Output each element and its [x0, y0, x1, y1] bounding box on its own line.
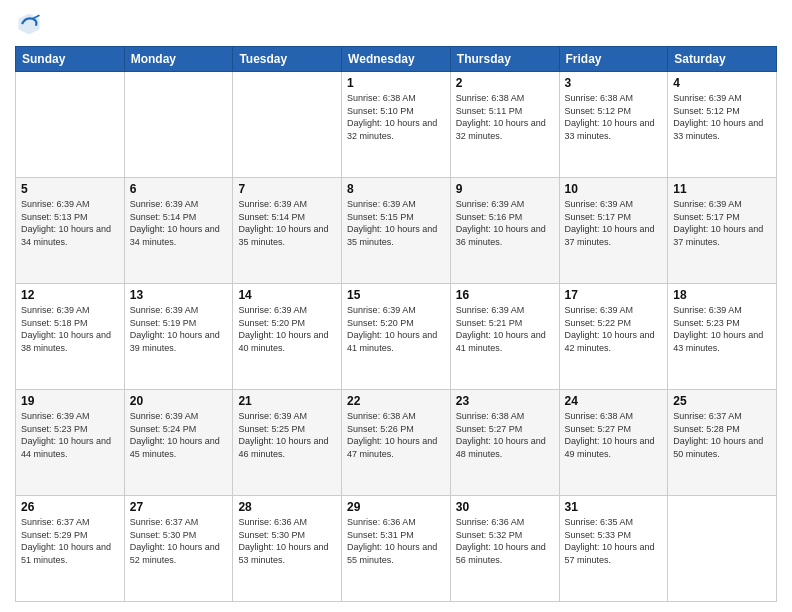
day-info: Sunrise: 6:36 AMSunset: 5:30 PMDaylight:…: [238, 516, 336, 566]
weekday-friday: Friday: [559, 47, 668, 72]
day-info: Sunrise: 6:39 AMSunset: 5:23 PMDaylight:…: [673, 304, 771, 354]
calendar-cell: 20Sunrise: 6:39 AMSunset: 5:24 PMDayligh…: [124, 390, 233, 496]
day-number: 24: [565, 394, 663, 408]
calendar-cell: 10Sunrise: 6:39 AMSunset: 5:17 PMDayligh…: [559, 178, 668, 284]
week-row-4: 26Sunrise: 6:37 AMSunset: 5:29 PMDayligh…: [16, 496, 777, 602]
calendar-cell: [668, 496, 777, 602]
weekday-monday: Monday: [124, 47, 233, 72]
weekday-header-row: SundayMondayTuesdayWednesdayThursdayFrid…: [16, 47, 777, 72]
day-info: Sunrise: 6:37 AMSunset: 5:29 PMDaylight:…: [21, 516, 119, 566]
calendar-cell: [124, 72, 233, 178]
weekday-thursday: Thursday: [450, 47, 559, 72]
calendar-cell: 31Sunrise: 6:35 AMSunset: 5:33 PMDayligh…: [559, 496, 668, 602]
day-info: Sunrise: 6:39 AMSunset: 5:18 PMDaylight:…: [21, 304, 119, 354]
day-info: Sunrise: 6:39 AMSunset: 5:23 PMDaylight:…: [21, 410, 119, 460]
week-row-2: 12Sunrise: 6:39 AMSunset: 5:18 PMDayligh…: [16, 284, 777, 390]
calendar-cell: 22Sunrise: 6:38 AMSunset: 5:26 PMDayligh…: [342, 390, 451, 496]
day-info: Sunrise: 6:39 AMSunset: 5:24 PMDaylight:…: [130, 410, 228, 460]
calendar-cell: 4Sunrise: 6:39 AMSunset: 5:12 PMDaylight…: [668, 72, 777, 178]
day-number: 23: [456, 394, 554, 408]
calendar-cell: 7Sunrise: 6:39 AMSunset: 5:14 PMDaylight…: [233, 178, 342, 284]
calendar-cell: 3Sunrise: 6:38 AMSunset: 5:12 PMDaylight…: [559, 72, 668, 178]
day-number: 9: [456, 182, 554, 196]
day-number: 25: [673, 394, 771, 408]
day-info: Sunrise: 6:39 AMSunset: 5:14 PMDaylight:…: [130, 198, 228, 248]
day-info: Sunrise: 6:39 AMSunset: 5:13 PMDaylight:…: [21, 198, 119, 248]
calendar-cell: 5Sunrise: 6:39 AMSunset: 5:13 PMDaylight…: [16, 178, 125, 284]
calendar-cell: 29Sunrise: 6:36 AMSunset: 5:31 PMDayligh…: [342, 496, 451, 602]
calendar-cell: [16, 72, 125, 178]
calendar-cell: 28Sunrise: 6:36 AMSunset: 5:30 PMDayligh…: [233, 496, 342, 602]
day-info: Sunrise: 6:39 AMSunset: 5:21 PMDaylight:…: [456, 304, 554, 354]
logo: [15, 10, 47, 38]
week-row-0: 1Sunrise: 6:38 AMSunset: 5:10 PMDaylight…: [16, 72, 777, 178]
calendar-cell: 1Sunrise: 6:38 AMSunset: 5:10 PMDaylight…: [342, 72, 451, 178]
calendar-cell: 24Sunrise: 6:38 AMSunset: 5:27 PMDayligh…: [559, 390, 668, 496]
calendar-cell: 15Sunrise: 6:39 AMSunset: 5:20 PMDayligh…: [342, 284, 451, 390]
day-info: Sunrise: 6:39 AMSunset: 5:20 PMDaylight:…: [238, 304, 336, 354]
day-number: 22: [347, 394, 445, 408]
day-number: 14: [238, 288, 336, 302]
calendar-cell: 6Sunrise: 6:39 AMSunset: 5:14 PMDaylight…: [124, 178, 233, 284]
day-number: 2: [456, 76, 554, 90]
day-info: Sunrise: 6:39 AMSunset: 5:17 PMDaylight:…: [565, 198, 663, 248]
calendar-cell: 11Sunrise: 6:39 AMSunset: 5:17 PMDayligh…: [668, 178, 777, 284]
day-info: Sunrise: 6:39 AMSunset: 5:25 PMDaylight:…: [238, 410, 336, 460]
calendar-cell: 27Sunrise: 6:37 AMSunset: 5:30 PMDayligh…: [124, 496, 233, 602]
day-number: 15: [347, 288, 445, 302]
day-info: Sunrise: 6:39 AMSunset: 5:20 PMDaylight:…: [347, 304, 445, 354]
day-info: Sunrise: 6:39 AMSunset: 5:19 PMDaylight:…: [130, 304, 228, 354]
calendar-cell: 19Sunrise: 6:39 AMSunset: 5:23 PMDayligh…: [16, 390, 125, 496]
weekday-wednesday: Wednesday: [342, 47, 451, 72]
day-info: Sunrise: 6:39 AMSunset: 5:15 PMDaylight:…: [347, 198, 445, 248]
calendar-cell: 25Sunrise: 6:37 AMSunset: 5:28 PMDayligh…: [668, 390, 777, 496]
calendar-cell: 16Sunrise: 6:39 AMSunset: 5:21 PMDayligh…: [450, 284, 559, 390]
calendar-cell: 21Sunrise: 6:39 AMSunset: 5:25 PMDayligh…: [233, 390, 342, 496]
day-number: 6: [130, 182, 228, 196]
calendar-cell: 9Sunrise: 6:39 AMSunset: 5:16 PMDaylight…: [450, 178, 559, 284]
day-number: 4: [673, 76, 771, 90]
day-info: Sunrise: 6:36 AMSunset: 5:31 PMDaylight:…: [347, 516, 445, 566]
calendar-cell: 13Sunrise: 6:39 AMSunset: 5:19 PMDayligh…: [124, 284, 233, 390]
day-number: 27: [130, 500, 228, 514]
day-number: 19: [21, 394, 119, 408]
day-info: Sunrise: 6:39 AMSunset: 5:12 PMDaylight:…: [673, 92, 771, 142]
calendar-cell: 18Sunrise: 6:39 AMSunset: 5:23 PMDayligh…: [668, 284, 777, 390]
day-info: Sunrise: 6:38 AMSunset: 5:12 PMDaylight:…: [565, 92, 663, 142]
day-info: Sunrise: 6:37 AMSunset: 5:28 PMDaylight:…: [673, 410, 771, 460]
day-number: 30: [456, 500, 554, 514]
day-number: 20: [130, 394, 228, 408]
day-number: 31: [565, 500, 663, 514]
day-info: Sunrise: 6:35 AMSunset: 5:33 PMDaylight:…: [565, 516, 663, 566]
calendar-cell: [233, 72, 342, 178]
day-number: 29: [347, 500, 445, 514]
weekday-saturday: Saturday: [668, 47, 777, 72]
day-info: Sunrise: 6:37 AMSunset: 5:30 PMDaylight:…: [130, 516, 228, 566]
day-info: Sunrise: 6:38 AMSunset: 5:11 PMDaylight:…: [456, 92, 554, 142]
page: SundayMondayTuesdayWednesdayThursdayFrid…: [0, 0, 792, 612]
calendar-cell: 2Sunrise: 6:38 AMSunset: 5:11 PMDaylight…: [450, 72, 559, 178]
day-number: 13: [130, 288, 228, 302]
day-number: 26: [21, 500, 119, 514]
day-number: 7: [238, 182, 336, 196]
day-number: 18: [673, 288, 771, 302]
day-number: 8: [347, 182, 445, 196]
logo-icon: [15, 10, 43, 38]
day-number: 1: [347, 76, 445, 90]
day-info: Sunrise: 6:39 AMSunset: 5:14 PMDaylight:…: [238, 198, 336, 248]
calendar-cell: 23Sunrise: 6:38 AMSunset: 5:27 PMDayligh…: [450, 390, 559, 496]
calendar-cell: 17Sunrise: 6:39 AMSunset: 5:22 PMDayligh…: [559, 284, 668, 390]
day-info: Sunrise: 6:38 AMSunset: 5:27 PMDaylight:…: [565, 410, 663, 460]
calendar-cell: 8Sunrise: 6:39 AMSunset: 5:15 PMDaylight…: [342, 178, 451, 284]
calendar-cell: 14Sunrise: 6:39 AMSunset: 5:20 PMDayligh…: [233, 284, 342, 390]
day-number: 16: [456, 288, 554, 302]
day-number: 10: [565, 182, 663, 196]
weekday-tuesday: Tuesday: [233, 47, 342, 72]
day-info: Sunrise: 6:36 AMSunset: 5:32 PMDaylight:…: [456, 516, 554, 566]
day-info: Sunrise: 6:38 AMSunset: 5:10 PMDaylight:…: [347, 92, 445, 142]
day-number: 12: [21, 288, 119, 302]
day-number: 21: [238, 394, 336, 408]
week-row-1: 5Sunrise: 6:39 AMSunset: 5:13 PMDaylight…: [16, 178, 777, 284]
header: [15, 10, 777, 38]
day-info: Sunrise: 6:39 AMSunset: 5:22 PMDaylight:…: [565, 304, 663, 354]
